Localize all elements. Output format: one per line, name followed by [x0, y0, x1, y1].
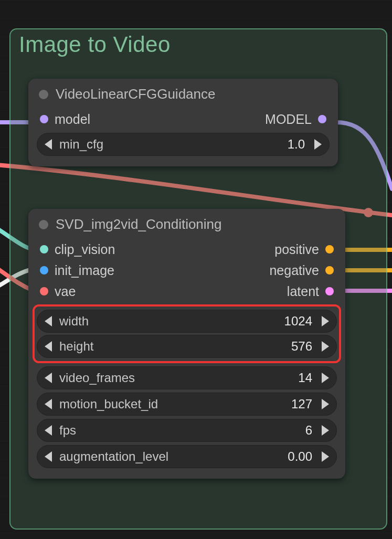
decrement-icon[interactable]	[45, 451, 52, 462]
widget-value[interactable]: 576	[291, 339, 312, 354]
widget-label: video_frames	[59, 371, 135, 385]
node-header[interactable]: SVD_img2vid_Conditioning	[28, 209, 345, 239]
input-label: init_image	[55, 263, 114, 278]
widget-label: motion_bucket_id	[59, 397, 158, 411]
input-label: model	[55, 112, 90, 127]
widget-value[interactable]: 1024	[284, 314, 312, 329]
widget-value[interactable]: 0.00	[288, 449, 312, 464]
decrement-icon[interactable]	[45, 399, 52, 409]
node-title: SVD_img2vid_Conditioning	[56, 216, 222, 232]
widget-label: min_cfg	[59, 137, 103, 152]
port-row-model: model MODEL	[28, 109, 338, 130]
decrement-icon[interactable]	[45, 425, 52, 436]
output-label: MODEL	[265, 112, 312, 127]
increment-icon[interactable]	[322, 341, 329, 352]
widget-fps[interactable]: fps 6	[37, 419, 337, 442]
collapse-dot-icon[interactable]	[39, 220, 48, 229]
collapse-dot-icon[interactable]	[39, 90, 48, 99]
output-port-latent[interactable]	[325, 287, 334, 295]
increment-icon[interactable]	[322, 399, 329, 409]
widget-motion-bucket-id[interactable]: motion_bucket_id 127	[37, 393, 337, 416]
increment-icon[interactable]	[314, 139, 322, 150]
decrement-icon[interactable]	[45, 373, 52, 383]
output-label: negative	[269, 263, 319, 278]
input-port-vae[interactable]	[40, 287, 48, 295]
increment-icon[interactable]	[322, 425, 329, 436]
node-header[interactable]: VideoLinearCFGGuidance	[28, 79, 338, 109]
input-port-clip-vision[interactable]	[40, 245, 48, 253]
increment-icon[interactable]	[322, 373, 329, 383]
highlight-width-height: width 1024 height 576	[33, 304, 341, 363]
widget-label: augmentation_level	[59, 449, 168, 464]
input-port-model[interactable]	[40, 115, 48, 123]
output-port-model[interactable]	[318, 115, 326, 123]
port-row-clipvision-positive: clip_vision positive	[28, 239, 345, 260]
widget-video-frames[interactable]: video_frames 14	[37, 366, 337, 389]
widget-min-cfg[interactable]: min_cfg 1.0	[37, 133, 330, 156]
widget-label: width	[59, 314, 89, 329]
increment-icon[interactable]	[322, 316, 329, 326]
widget-height[interactable]: height 576	[37, 335, 337, 358]
widget-value[interactable]: 14	[298, 371, 312, 385]
increment-icon[interactable]	[322, 451, 329, 462]
widget-label: height	[59, 339, 93, 354]
output-port-positive[interactable]	[325, 245, 334, 253]
decrement-icon[interactable]	[45, 341, 52, 352]
widget-value[interactable]: 127	[291, 397, 312, 411]
input-port-init-image[interactable]	[40, 266, 48, 274]
decrement-icon[interactable]	[45, 139, 52, 150]
widget-augmentation-level[interactable]: augmentation_level 0.00	[37, 445, 337, 468]
node-video-linear-cfg-guidance[interactable]: VideoLinearCFGGuidance model MODEL min_c…	[28, 79, 338, 166]
port-row-vae-latent: vae latent	[28, 281, 345, 302]
input-label: clip_vision	[55, 242, 115, 257]
input-label: vae	[55, 284, 76, 299]
output-label: positive	[274, 242, 319, 257]
widget-value[interactable]: 6	[305, 423, 312, 438]
output-label: latent	[287, 284, 319, 299]
port-row-initimage-negative: init_image negative	[28, 260, 345, 281]
widget-label: fps	[59, 423, 76, 438]
node-title: VideoLinearCFGGuidance	[56, 86, 215, 102]
node-svd-img2vid-conditioning[interactable]: SVD_img2vid_Conditioning clip_vision pos…	[28, 209, 345, 479]
widget-value[interactable]: 1.0	[288, 137, 305, 152]
decrement-icon[interactable]	[45, 316, 52, 326]
output-port-negative[interactable]	[325, 266, 334, 274]
widget-width[interactable]: width 1024	[37, 310, 337, 333]
group-title: Image to Video	[19, 32, 171, 57]
